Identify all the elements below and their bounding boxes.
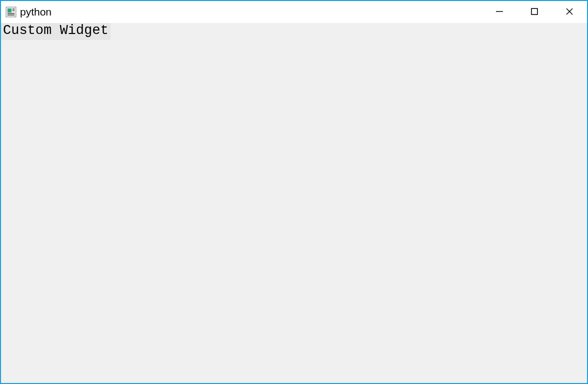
svg-rect-2 [8, 13, 15, 14]
custom-widget: Custom Widget [1, 23, 111, 40]
app-icon [5, 6, 17, 18]
svg-rect-4 [13, 8, 15, 10]
window-controls [482, 1, 587, 23]
minimize-icon [495, 7, 504, 18]
title-left: python [5, 6, 52, 18]
minimize-button[interactable] [482, 1, 517, 23]
svg-rect-7 [531, 8, 537, 14]
svg-rect-3 [8, 14, 15, 16]
window-title: python [20, 6, 52, 18]
svg-rect-1 [8, 8, 12, 12]
maximize-icon [530, 7, 539, 18]
custom-widget-label: Custom Widget [3, 23, 109, 38]
maximize-button[interactable] [517, 1, 552, 23]
svg-rect-5 [13, 10, 15, 11]
client-area: Custom Widget [1, 23, 587, 383]
close-icon [565, 7, 574, 18]
application-window: python [0, 0, 588, 384]
titlebar[interactable]: python [1, 1, 587, 23]
close-button[interactable] [552, 1, 587, 23]
